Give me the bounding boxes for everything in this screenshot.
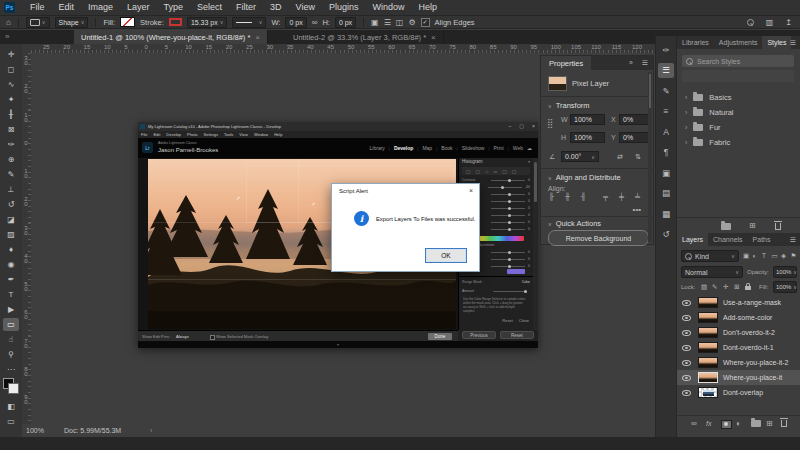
new-adjustment-layer-icon[interactable]: ◐ — [736, 419, 741, 428]
menu-select[interactable]: Select — [190, 0, 229, 15]
hand-tool[interactable]: ☝ — [3, 333, 19, 346]
search-icon[interactable] — [747, 19, 754, 26]
ok-button[interactable]: OK — [425, 248, 467, 263]
close-link[interactable]: Close — [519, 318, 529, 323]
character-panel-icon[interactable]: A — [658, 124, 674, 139]
style-group-natural[interactable]: ›Natural — [677, 105, 800, 120]
lr-menu-photo[interactable]: Photo — [187, 132, 197, 137]
clone-stamp-tool[interactable]: ⊥ — [3, 183, 19, 196]
filter-smart-objects-icon[interactable]: ◈ — [781, 252, 786, 260]
align-top-icon[interactable]: ╤ — [603, 193, 608, 200]
lr-menu-develop[interactable]: Develop — [166, 132, 181, 137]
add-layer-mask-icon[interactable] — [721, 420, 732, 431]
mask-color-button[interactable] — [507, 269, 525, 274]
filter-adjustment-layers-icon[interactable]: ◐ — [753, 252, 757, 259]
brushes-panel-icon[interactable]: ✑ — [658, 42, 674, 57]
layer-thumbnail[interactable] — [698, 327, 718, 338]
visibility-eye-icon[interactable] — [682, 390, 691, 396]
path-alignment-icon[interactable]: ☰ — [384, 16, 391, 29]
menu-help[interactable]: Help — [412, 0, 445, 15]
align-bottom-icon[interactable]: ╧ — [635, 193, 640, 200]
lr-menu-help[interactable]: Help — [274, 132, 282, 137]
lr-module-map[interactable]: Map — [422, 145, 432, 151]
transform-x-field[interactable]: 0% — [619, 114, 649, 125]
lock-transparent-icon[interactable]: ▨ — [701, 283, 707, 291]
lr-menu-file[interactable]: File — [141, 132, 147, 137]
menu-type[interactable]: Type — [157, 0, 191, 15]
tool-presets-panel-icon[interactable]: ≡ — [658, 104, 674, 119]
align-right-icon[interactable]: ╢ — [581, 193, 586, 200]
opacity-field[interactable]: 100%∨ — [773, 266, 797, 278]
crop-tool[interactable]: ╂ — [3, 108, 19, 121]
tab-overflow-icon[interactable]: » — [5, 32, 9, 41]
lr-module-book[interactable]: Book — [441, 145, 452, 151]
healing-brush-tool[interactable]: ⊕ — [3, 153, 19, 166]
layer-row-use-a-range-mask[interactable]: Use-a-range-mask — [677, 295, 800, 310]
visibility-eye-icon[interactable] — [682, 360, 691, 366]
filter-shape-layers-icon[interactable]: ▭ — [772, 252, 778, 260]
zoom-level[interactable]: 100% — [26, 427, 44, 434]
path-operations-icon[interactable]: ▣ — [371, 16, 379, 29]
amount-slider[interactable] — [493, 291, 527, 292]
menu-edit[interactable]: Edit — [52, 0, 82, 15]
mask-pin-icon[interactable]: ◆ — [303, 249, 306, 254]
quick-mask-icon[interactable]: ◧ — [3, 400, 19, 413]
brush-settings-panel-icon[interactable]: ✎ — [658, 83, 674, 98]
visibility-eye-icon[interactable] — [682, 315, 691, 321]
lock-artboard-icon[interactable]: ⊞ — [734, 283, 739, 291]
layer-effects-icon[interactable]: fx — [706, 419, 711, 428]
blend-mode-select[interactable]: Normal ∨ — [681, 266, 743, 278]
layer-row-don-t-overdo-it-2[interactable]: Don't-overdo-it-2 — [677, 325, 800, 340]
lock-all-icon[interactable] — [745, 284, 751, 291]
style-group-fur[interactable]: ›Fur — [677, 120, 800, 135]
document-tab-untitled-1[interactable]: Untitled-1 @ 100% (Where-you-place-it, R… — [74, 30, 268, 44]
tab-libraries[interactable]: Libraries — [677, 36, 714, 49]
visibility-eye-icon[interactable] — [682, 375, 691, 381]
lock-pixels-icon[interactable]: ✎ — [712, 283, 717, 291]
menu-filter[interactable]: Filter — [229, 0, 263, 15]
dialog-close-icon[interactable]: × — [469, 187, 473, 194]
link-layers-icon[interactable]: ∞ — [691, 419, 697, 428]
tab-styles[interactable]: Styles — [762, 36, 791, 49]
tab-properties[interactable]: Properties — [541, 56, 591, 70]
mask-pin-icon[interactable]: ↗ — [311, 201, 315, 207]
shape-width-field[interactable]: 0 px — [285, 17, 306, 28]
filter-pixel-layers-icon[interactable]: ▣ — [743, 252, 749, 260]
layer-filter-select[interactable]: Kind ∨ — [681, 250, 739, 262]
stroke-width-field[interactable]: 15.33 px∨ — [187, 17, 228, 28]
layer-row-where-you-place-it-2[interactable]: Where-you-place-it-2 — [677, 355, 800, 370]
edit-toolbar-icon[interactable]: ⋯ — [3, 363, 19, 376]
stroke-type-select[interactable]: ∨ — [232, 17, 266, 28]
tab-channels[interactable]: Channels — [708, 233, 748, 246]
chevron-right-icon[interactable]: › — [685, 109, 687, 116]
lr-menu-edit[interactable]: Edit — [153, 132, 160, 137]
layer-thumbnail[interactable] — [698, 342, 718, 353]
reset-button[interactable]: Reset — [500, 331, 534, 339]
paragraph-panel-icon[interactable]: ¶ — [658, 145, 674, 160]
path-arrangement-icon[interactable]: ◫ — [396, 16, 404, 29]
zoom-tool[interactable]: ⚲ — [3, 348, 19, 361]
object-selection-tool[interactable]: ✦ — [3, 93, 19, 106]
reset-link[interactable]: Reset — [502, 318, 512, 323]
delete-layer-icon[interactable] — [781, 420, 787, 429]
layer-thumbnail[interactable] — [698, 372, 718, 383]
align-center-h-icon[interactable]: ╫ — [565, 193, 570, 200]
link-dimensions-icon[interactable]: ∞ — [312, 16, 318, 29]
style-group-fabric[interactable]: ›Fabric — [677, 135, 800, 150]
transform-y-field[interactable]: 0% — [619, 132, 649, 143]
fill-swatch[interactable] — [120, 17, 135, 27]
histogram-header[interactable]: Histogram — [462, 159, 483, 164]
menu-3d[interactable]: 3D — [263, 0, 289, 15]
lr-menu-view[interactable]: View — [239, 132, 248, 137]
visibility-eye-icon[interactable] — [682, 300, 691, 306]
layer-thumbnail[interactable] — [698, 297, 718, 308]
chevron-right-icon[interactable]: › — [685, 124, 687, 131]
align-left-icon[interactable]: ╟ — [549, 193, 554, 200]
lr-menu-settings[interactable]: Settings — [204, 132, 218, 137]
panel-menu-icon[interactable]: ☰ — [790, 236, 796, 244]
previous-button[interactable]: Previous — [462, 331, 496, 339]
lr-slider-contrast[interactable]: Contrast0 — [462, 178, 530, 182]
layer-row-dont-overlap[interactable]: Dont-overlap — [677, 385, 800, 400]
lr-local-tools-strip[interactable]: ◯◯⬭▭◯◯ — [462, 167, 530, 175]
menu-image[interactable]: Image — [81, 0, 120, 15]
